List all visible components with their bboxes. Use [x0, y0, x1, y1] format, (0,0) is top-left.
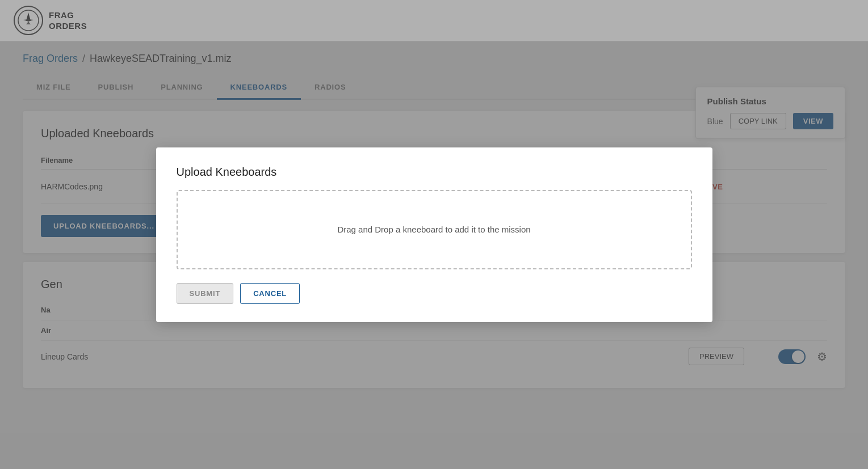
cancel-button[interactable]: CANCEL	[240, 283, 300, 304]
submit-button[interactable]: SUBMIT	[177, 283, 234, 304]
modal-overlay: Upload Kneeboards Drag and Drop a kneebo…	[0, 0, 868, 469]
modal-title: Upload Kneeboards	[177, 166, 692, 179]
modal-actions: SUBMIT CANCEL	[177, 283, 692, 304]
drop-zone-text: Drag and Drop a kneeboard to add it to t…	[337, 225, 530, 234]
upload-modal: Upload Kneeboards Drag and Drop a kneebo…	[156, 147, 712, 322]
drop-zone[interactable]: Drag and Drop a kneeboard to add it to t…	[177, 190, 692, 269]
